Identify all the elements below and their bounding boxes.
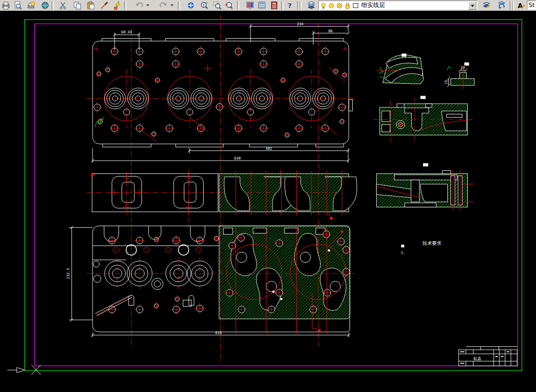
origin-marker xyxy=(8,365,41,374)
dim-top-right: 86 xyxy=(328,29,333,33)
mid-section-view xyxy=(219,171,357,220)
redo-icon[interactable] xyxy=(159,1,168,10)
hole-leaders xyxy=(141,67,345,141)
freeze-icon[interactable] xyxy=(328,2,335,9)
toolbar-separator xyxy=(512,1,514,10)
detail-view-a xyxy=(376,54,424,84)
drawing-canvas[interactable]: 60.43 234 86 382 630 xyxy=(0,11,536,392)
zoom-window-icon[interactable] xyxy=(212,1,222,10)
toolbar-separator xyxy=(281,1,283,10)
dim-bottom-inner: 382 xyxy=(266,147,272,151)
bottom-view-left xyxy=(93,235,220,316)
part-name: 缸盖 xyxy=(474,356,482,361)
display-screen-icon[interactable] xyxy=(245,1,255,10)
undo-icon[interactable] xyxy=(134,1,144,10)
zoom-realtime-icon[interactable] xyxy=(199,1,209,10)
view-label xyxy=(420,96,426,99)
layer-combo[interactable]: 细实线层 xyxy=(318,1,477,10)
bulb-icon[interactable] xyxy=(320,2,327,9)
cad-application: ? 细实线层 A St xyxy=(0,0,536,392)
paste-icon[interactable] xyxy=(86,1,96,10)
dim-top-left: 60.43 xyxy=(121,30,132,34)
dim-detail-top: 10 xyxy=(461,66,465,70)
table-grid-icon[interactable] xyxy=(257,1,267,10)
layers-icon[interactable] xyxy=(306,1,316,10)
tech-requirements: 技术要求 1. xyxy=(401,241,441,256)
layer-combo-value: 细实线层 xyxy=(361,1,385,9)
match-properties-icon[interactable] xyxy=(113,1,123,10)
detail-view-b: 10 15 xyxy=(444,62,475,89)
dim-bottom-outer: 630 xyxy=(234,156,240,161)
zoom-previous-icon[interactable] xyxy=(224,1,233,10)
publish-icon[interactable] xyxy=(26,1,36,10)
help-icon[interactable]: ? xyxy=(285,1,295,10)
dim-width: 618 xyxy=(215,331,221,335)
bottom-view-section xyxy=(87,226,354,333)
style-combo-value: St xyxy=(528,2,534,9)
dim-detail-left: 15 xyxy=(444,80,448,84)
view-label xyxy=(423,163,428,166)
dim-top: 234 xyxy=(297,22,303,26)
gear-icon[interactable] xyxy=(336,2,343,9)
toolbar-separator xyxy=(52,1,54,10)
valve-seats xyxy=(105,88,334,115)
view-label xyxy=(464,62,469,66)
format-painter-icon[interactable] xyxy=(99,1,109,10)
cut-icon[interactable] xyxy=(58,1,68,10)
toolbar-separator xyxy=(178,1,180,10)
toolbar-separator xyxy=(299,1,302,10)
toolbar: ? 细实线层 A St xyxy=(0,0,536,11)
lock-icon[interactable] xyxy=(344,2,351,9)
render-globe-icon[interactable] xyxy=(40,1,50,10)
bolt-holes xyxy=(92,46,348,139)
section-view-c xyxy=(373,96,474,143)
layer-combo-caret[interactable] xyxy=(468,2,476,10)
svg-text:?: ? xyxy=(288,2,292,10)
layer-previous-icon[interactable] xyxy=(497,1,506,10)
undo-caret[interactable] xyxy=(146,4,149,6)
style-combo[interactable]: St xyxy=(527,1,536,10)
bottom-view: 232.5 618 xyxy=(66,226,354,337)
tech-requirements-title: 技术要求 xyxy=(422,241,441,246)
title-block-fine-text xyxy=(460,351,509,364)
calculator-icon[interactable] xyxy=(269,1,279,10)
tech-requirements-item: 1. xyxy=(401,251,405,255)
layer-translate-icon[interactable] xyxy=(482,1,491,10)
pan-icon[interactable] xyxy=(186,1,196,10)
title-block: 缸盖 xyxy=(459,346,517,366)
printer-icon[interactable] xyxy=(1,1,11,10)
redo-caret[interactable] xyxy=(170,4,174,6)
print-preview-icon[interactable] xyxy=(13,1,23,10)
view-label xyxy=(402,54,406,57)
section-view-d xyxy=(376,163,474,210)
color-swatch[interactable] xyxy=(352,2,359,9)
toolbar-separator xyxy=(237,1,239,10)
toolbar-separator xyxy=(124,1,126,10)
text-style-icon[interactable]: A xyxy=(516,1,526,10)
copy-icon[interactable] xyxy=(73,1,82,10)
dim-height: 232.5 xyxy=(66,268,70,279)
